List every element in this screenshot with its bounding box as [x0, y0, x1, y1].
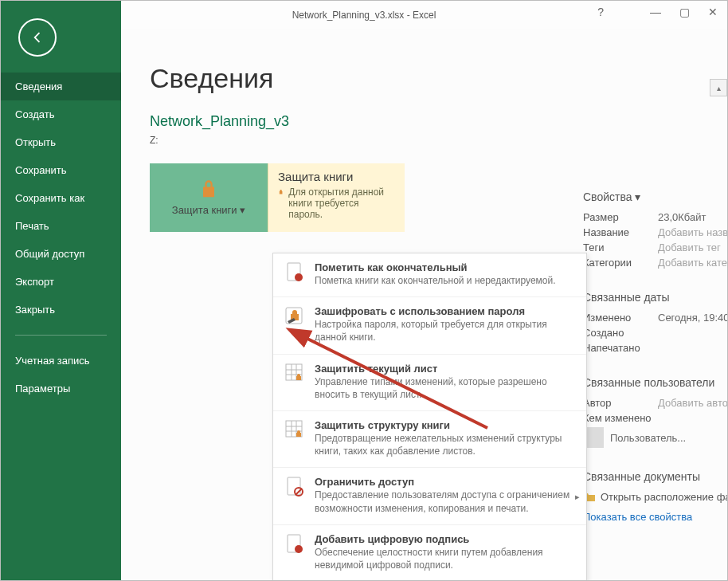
sidebar-item-save[interactable]: Сохранить — [1, 156, 121, 184]
menu-item-title: Ограничить доступ — [315, 476, 575, 488]
nav-list-footer: Учетная запись Параметры — [1, 347, 121, 402]
final-icon — [284, 261, 305, 285]
prop-row-created: Создано — [583, 327, 727, 339]
prop-row-tags[interactable]: ТегиДобавить тег — [583, 241, 727, 253]
menu-item-title: Защитить структуру книги — [315, 419, 575, 431]
protect-notice-body: Для открытия данной книги требуется паро… — [288, 186, 395, 220]
workbook-icon — [284, 419, 305, 443]
sidebar-item-share[interactable]: Общий доступ — [1, 240, 121, 268]
menu-item-title: Защитить текущий лист — [315, 363, 575, 375]
sidebar-divider — [15, 335, 107, 336]
show-all-properties-link[interactable]: Показать все свойства — [583, 511, 727, 523]
sidebar-item-options[interactable]: Параметры — [1, 375, 121, 402]
lock-small-icon — [278, 186, 284, 198]
document-path: Z: — [150, 135, 727, 146]
window-buttons: — ▢ ✕ — [641, 1, 727, 23]
menu-item-protect-structure[interactable]: Защитить структуру книги Предотвращение … — [273, 410, 586, 467]
sidebar-item-save-as[interactable]: Сохранить как — [1, 184, 121, 212]
menu-item-desc: Обеспечение целостности книги путем доба… — [315, 546, 575, 571]
back-button[interactable] — [18, 18, 57, 57]
open-location-link[interactable]: Открыть расположение файла — [583, 491, 727, 503]
protect-button-caption: Защита книги ▾ — [172, 204, 245, 217]
minimize-button[interactable]: — — [641, 1, 670, 23]
protect-workbook-button[interactable]: Защита книги ▾ — [150, 163, 268, 232]
prop-row-author[interactable]: АвторДобавить автора — [583, 397, 727, 409]
prop-row-printed: Напечатано — [583, 342, 727, 354]
sidebar-item-open[interactable]: Открыть — [1, 128, 121, 156]
svg-point-1 — [295, 273, 303, 281]
backstage-sidebar: Сведения Создать Открыть Сохранить Сохра… — [1, 1, 121, 580]
menu-item-protect-sheet[interactable]: Защитить текущий лист Управление типами … — [273, 354, 586, 410]
restore-button[interactable]: ▢ — [670, 1, 699, 23]
menu-item-title: Зашифровать с использованием пароля — [315, 305, 575, 317]
scrollbar-up-button[interactable]: ▴ — [710, 79, 727, 96]
close-button[interactable]: ✕ — [699, 1, 727, 23]
svg-point-9 — [295, 545, 303, 553]
menu-item-encrypt-password[interactable]: Зашифровать с использованием пароля Наст… — [273, 296, 586, 353]
sidebar-item-export[interactable]: Экспорт — [1, 268, 121, 296]
menu-item-restrict-access[interactable]: Ограничить доступ Предоставление пользов… — [273, 467, 586, 524]
related-docs-heading: Связанные документы — [583, 470, 727, 483]
prop-row-last-modified-by: Кем изменено — [583, 412, 727, 424]
restrict-icon — [284, 476, 305, 500]
menu-item-desc: Пометка книги как окончательной и нереда… — [315, 274, 575, 287]
sidebar-item-account[interactable]: Учетная запись — [1, 347, 121, 375]
prop-row-modified: ИзмененоСегодня, 19:40 — [583, 312, 727, 324]
encrypt-icon — [284, 305, 305, 329]
help-button[interactable]: ? — [597, 6, 604, 18]
sheet-icon — [284, 363, 305, 387]
info-page: ▴ Сведения Network_Planning_v3 Z: Защита… — [121, 29, 727, 580]
person-block: Пользователь... — [583, 427, 727, 448]
sidebar-item-info[interactable]: Сведения — [1, 73, 121, 100]
prop-row-title[interactable]: НазваниеДобавить название — [583, 226, 727, 238]
arrow-left-icon — [29, 29, 46, 46]
sidebar-item-close[interactable]: Закрыть — [1, 296, 121, 324]
document-name: Network_Planning_v3 — [150, 113, 727, 130]
menu-item-desc: Предотвращение нежелательных изменений с… — [315, 432, 575, 457]
menu-item-digital-signature[interactable]: Добавить цифровую подпись Обеспечение це… — [273, 524, 586, 580]
protect-notice-title: Защита книги — [278, 170, 395, 183]
nav-list: Сведения Создать Открыть Сохранить Сохра… — [1, 73, 121, 324]
properties-heading[interactable]: Свойства ▾ — [583, 190, 727, 203]
sidebar-item-new[interactable]: Создать — [1, 100, 121, 128]
protect-notice: Защита книги Для открытия данной книги т… — [268, 163, 405, 232]
properties-panel: Свойства ▾ Размер23,0Кбайт НазваниеДобав… — [583, 190, 727, 523]
sidebar-item-print[interactable]: Печать — [1, 212, 121, 240]
prop-row-size: Размер23,0Кбайт — [583, 211, 727, 223]
menu-item-desc: Предоставление пользователям доступа с о… — [315, 489, 575, 514]
protect-dropdown: Пометить как окончательный Пометка книги… — [272, 253, 587, 580]
menu-item-title: Пометить как окончательный — [315, 261, 575, 273]
page-title: Сведения — [150, 63, 727, 94]
menu-item-desc: Настройка пароля, который требуется для … — [315, 318, 575, 343]
menu-item-desc: Управление типами изменений, которые раз… — [315, 375, 575, 401]
prop-row-categories[interactable]: КатегорииДобавить категорию — [583, 257, 727, 269]
menu-item-mark-final[interactable]: Пометить как окончательный Пометка книги… — [273, 253, 586, 296]
related-people-heading: Связанные пользователи — [583, 376, 727, 389]
signature-icon — [284, 533, 305, 557]
menu-item-title: Добавить цифровую подпись — [315, 533, 575, 545]
related-dates-heading: Связанные даты — [583, 291, 727, 304]
lock-icon — [198, 179, 220, 201]
app-frame: Network_Planning_v3.xlsx - Excel ? — ▢ ✕… — [1, 1, 727, 580]
page-header: Сведения Network_Planning_v3 Z: — [121, 29, 727, 146]
